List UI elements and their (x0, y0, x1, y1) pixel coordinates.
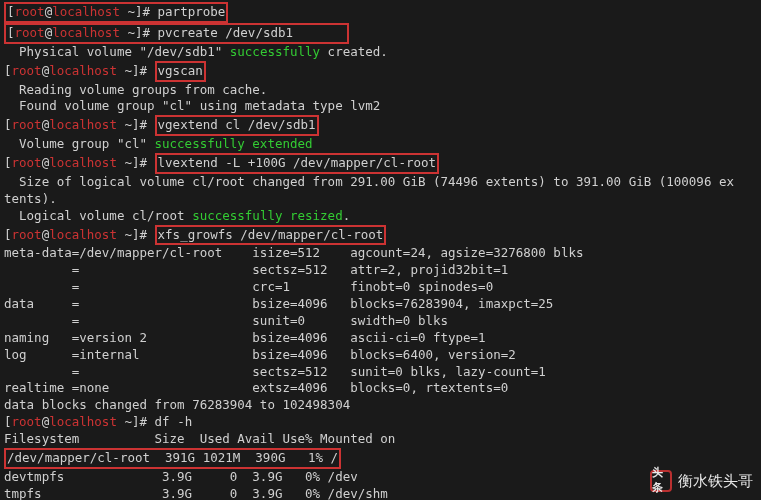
cmd-vgextend: vgextend cl /dev/sdb1 (158, 117, 316, 132)
watermark-text: 衡水铁头哥 (678, 471, 753, 491)
prompt-line: [root@localhost ~]# lvextend -L +100G /d… (4, 153, 757, 174)
df-row: tmpfs 3.9G 0 3.9G 0% /dev/shm (4, 486, 757, 500)
watermark: 头条 衡水铁头哥 (650, 470, 753, 492)
df-row: devtmpfs 3.9G 0 3.9G 0% /dev (4, 469, 757, 486)
output-line: data = bsize=4096 blocks=76283904, imaxp… (4, 296, 757, 313)
output-line: meta-data=/dev/mapper/cl-root isize=512 … (4, 245, 757, 262)
output-line: = crc=1 finobt=0 spinodes=0 (4, 279, 757, 296)
output-line: = sectsz=512 attr=2, projid32bit=1 (4, 262, 757, 279)
highlight-lvextend: lvextend -L +100G /dev/mapper/cl-root (155, 153, 439, 174)
cmd-xfs: xfs_growfs /dev/mapper/cl-root (158, 227, 384, 242)
highlight-vgextend: vgextend cl /dev/sdb1 (155, 115, 319, 136)
df-header: Filesystem Size Used Avail Use% Mounted … (4, 431, 757, 448)
output-line: data blocks changed from 76283904 to 102… (4, 397, 757, 414)
output-line: Physical volume "/dev/sdb1" successfully… (4, 44, 757, 61)
output-line: naming =version 2 bsize=4096 ascii-ci=0 … (4, 330, 757, 347)
highlight-df-root: /dev/mapper/cl-root 391G 1021M 390G 1% / (4, 448, 341, 469)
terminal[interactable]: [root@localhost ~]# partprobe [root@loca… (4, 2, 757, 500)
highlight-pvcreate: [root@localhost ~]# pvcreate /dev/sdb1 (4, 23, 349, 44)
prompt-line: [root@localhost ~]# partprobe (4, 2, 757, 23)
output-line: Volume group "cl" successfully extended (4, 136, 757, 153)
output-line: = sectsz=512 sunit=0 blks, lazy-count=1 (4, 364, 757, 381)
prompt-line: [root@localhost ~]# vgextend cl /dev/sdb… (4, 115, 757, 136)
highlight-vgscan: vgscan (155, 61, 206, 82)
df-row: /dev/mapper/cl-root 391G 1021M 390G 1% / (4, 448, 757, 469)
output-line: tents). (4, 191, 757, 208)
cmd-partprobe: partprobe (158, 4, 226, 19)
highlight-xfs: xfs_growfs /dev/mapper/cl-root (155, 225, 387, 246)
cmd-pvcreate: pvcreate /dev/sdb1 (158, 25, 293, 40)
prompt-line: [root@localhost ~]# pvcreate /dev/sdb1 (4, 23, 757, 44)
output-line: Size of logical volume cl/root changed f… (4, 174, 757, 191)
output-line: Reading volume groups from cache. (4, 82, 757, 99)
toutiao-logo-icon: 头条 (650, 470, 672, 492)
prompt-line: [root@localhost ~]# xfs_growfs /dev/mapp… (4, 225, 757, 246)
prompt-line: [root@localhost ~]# vgscan (4, 61, 757, 82)
highlight-partprobe: [root@localhost ~]# partprobe (4, 2, 228, 23)
cmd-lvextend: lvextend -L +100G /dev/mapper/cl-root (158, 155, 436, 170)
prompt-line: [root@localhost ~]# df -h (4, 414, 757, 431)
output-line: Found volume group "cl" using metadata t… (4, 98, 757, 115)
cmd-vgscan: vgscan (158, 63, 203, 78)
output-line: realtime =none extsz=4096 blocks=0, rtex… (4, 380, 757, 397)
output-line: Logical volume cl/root successfully resi… (4, 208, 757, 225)
output-line: log =internal bsize=4096 blocks=6400, ve… (4, 347, 757, 364)
cmd-df: df -h (155, 414, 193, 429)
output-line: = sunit=0 swidth=0 blks (4, 313, 757, 330)
